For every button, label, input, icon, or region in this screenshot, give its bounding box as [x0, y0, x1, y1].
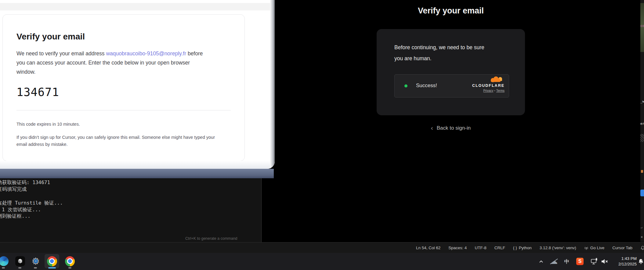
terminal-line: 在处理 Turnstile 验证...: [0, 200, 63, 206]
email-title: Verify your email: [16, 32, 85, 42]
volume-muted-icon[interactable]: [601, 257, 609, 266]
gear-icon: ⚙: [31, 256, 40, 266]
clock-date: 2/12/2025: [613, 261, 637, 267]
broadcast-icon: [584, 246, 588, 250]
email-window: Verify your email We need to verify your…: [0, 0, 275, 169]
success-dot-icon: [404, 84, 407, 87]
email-body: We need to verify your email address waq…: [16, 49, 203, 76]
human-check-text-line1: Before continuing, we need to be sure: [394, 42, 484, 53]
window-edge-band: [0, 169, 274, 178]
statusbar-cursor-tab[interactable]: Cursor Tab: [612, 246, 632, 250]
running-indicator: [18, 267, 21, 268]
go-live-label: Go Live: [590, 246, 605, 250]
sogou-input-icon[interactable]: S: [576, 258, 584, 265]
cloudflare-wordmark: CLOUDFLARE: [472, 83, 505, 88]
onedrive-offline-icon[interactable]: ☁: [549, 257, 559, 266]
network-monitor-icon[interactable]: [590, 257, 598, 266]
terminal-line: 功获取验证码: 134671: [0, 179, 50, 186]
statusbar-eol[interactable]: CRLF: [494, 246, 505, 250]
edge-taskbar-icon[interactable]: [0, 256, 9, 266]
turnstile-widget: Success! CLOUDFLARE Privacy•Terms: [394, 74, 509, 98]
desktop-screen: Verify your email Before continuing, we …: [0, 0, 644, 270]
statusbar-language-label: Python: [519, 246, 532, 250]
human-check-text-line2: you are human.: [394, 53, 484, 64]
email-card: Verify your email We need to verify your…: [2, 14, 245, 161]
cube-icon: [17, 258, 24, 264]
email-body-line2: you can access your account. Enter the c…: [16, 58, 203, 67]
editor-edge-sliver: co _w er ↵ ×: [640, 0, 644, 242]
email-window-bottom-edge: [0, 161, 275, 169]
statusbar-indentation[interactable]: Spaces: 4: [448, 246, 467, 250]
turnstile-links: Privacy•Terms: [483, 89, 505, 92]
button-sliver: [640, 190, 644, 196]
bell-icon: [640, 246, 644, 250]
verification-code: 134671: [16, 86, 59, 99]
running-indicator: [2, 267, 5, 268]
braces-icon: { }: [513, 246, 517, 250]
disclaimer-line2: email address by mistake.: [16, 141, 215, 148]
statusbar-cursor-position[interactable]: Ln 54, Col 62: [416, 246, 440, 250]
cube-app-taskbar-icon[interactable]: [15, 256, 25, 266]
code-fragment: _w: [640, 99, 644, 103]
statusbar-notifications[interactable]: [640, 246, 644, 250]
settings-taskbar-icon[interactable]: ⚙: [31, 256, 41, 266]
statusbar-encoding[interactable]: UTF-8: [475, 246, 486, 250]
return-icon: ↵: [641, 226, 642, 229]
clock-time: 1:43 PM: [613, 256, 637, 261]
tray-chevron-up-icon[interactable]: [538, 257, 544, 266]
running-indicator: [68, 267, 71, 268]
chrome-icon: [65, 256, 75, 266]
back-to-signin-link[interactable]: ‹Back to sign-in: [261, 124, 640, 131]
disclaimer: If you didn't sign up for Cursor, you ca…: [16, 134, 215, 148]
chrome-icon: [47, 256, 57, 266]
divider: [16, 110, 231, 110]
terminal-panel[interactable]: 功获取验证码: 134671 证码填写完成 在处理 Turnstile 验证..…: [0, 178, 262, 242]
active-running-indicator: [48, 267, 56, 268]
minimap-hatch: [640, 134, 644, 142]
link-separator: •: [494, 89, 495, 92]
running-indicator: [34, 267, 37, 268]
browser-verify-page: Verify your email Before continuing, we …: [261, 0, 640, 242]
email-window-top-strip: [0, 3, 275, 10]
terms-link[interactable]: Terms: [496, 89, 505, 92]
page-title: Verify your email: [261, 6, 640, 16]
close-icon: ×: [641, 235, 643, 239]
terminal-line: 测到验证框...: [0, 213, 31, 220]
taskbar-clock[interactable]: 1:43 PM 2/12/2025: [613, 256, 637, 267]
email-body-line1: We need to verify your email address waq…: [16, 49, 203, 58]
email-body-line3: window.: [16, 67, 203, 76]
email-body-text: before: [186, 50, 203, 57]
statusbar-language[interactable]: { } Python: [513, 246, 532, 250]
back-to-signin-label: Back to sign-in: [437, 125, 471, 131]
chrome-active-taskbar-icon[interactable]: [45, 254, 59, 268]
email-address-link[interactable]: waquobraucoibo-9105@noreply.fr: [106, 50, 186, 57]
notification-bell-icon[interactable]: z: [637, 257, 644, 266]
human-check-text: Before continuing, we need to be sure yo…: [394, 42, 484, 64]
ime-indicator[interactable]: 中: [563, 257, 570, 266]
chevron-left-icon: ‹: [431, 124, 433, 131]
code-fragment: co: [640, 24, 644, 28]
minimap-mark: [641, 170, 643, 173]
terminal-line: 证码填写完成: [0, 186, 27, 193]
human-check-card: Before continuing, we need to be sure yo…: [377, 29, 525, 115]
svg-text:z: z: [642, 259, 643, 261]
turnstile-status: Success!: [416, 83, 437, 89]
taskbar: ⚙ ☁ 中 S: [0, 253, 644, 270]
statusbar-go-live[interactable]: Go Live: [584, 246, 605, 250]
chrome-taskbar-icon[interactable]: [65, 256, 75, 266]
email-body-text: We need to verify your email address: [16, 50, 106, 57]
expiry-note: This code expires in 10 minutes.: [16, 122, 80, 127]
email-window-scrollbar[interactable]: [270, 0, 275, 169]
statusbar: Ln 54, Col 62 Spaces: 4 UTF-8 CRLF { } P…: [0, 242, 644, 253]
terminal-line: 1 次尝试验证...: [2, 207, 41, 213]
code-fragment: er: [640, 122, 644, 126]
statusbar-interpreter[interactable]: 3.12.8 ('venv': venv): [540, 246, 576, 250]
privacy-link[interactable]: Privacy: [483, 89, 493, 92]
disclaimer-line1: If you didn't sign up for Cursor, you ca…: [16, 134, 215, 141]
ctrl-k-hint: Ctrl+K to generate a command: [185, 236, 237, 241]
